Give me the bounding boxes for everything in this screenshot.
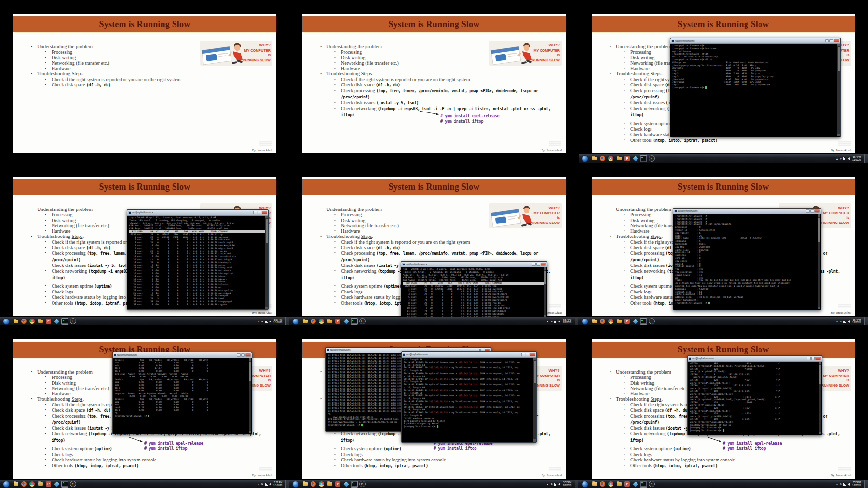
- gem-app-icon[interactable]: [53, 481, 60, 488]
- scrollbar-thumb[interactable]: [534, 361, 536, 383]
- network-icon[interactable]: [843, 157, 846, 160]
- terminal-scrollbar[interactable]: [533, 358, 536, 442]
- scrollbar-thumb[interactable]: [249, 362, 251, 381]
- chrome-icon[interactable]: [607, 318, 614, 325]
- firefox-icon[interactable]: [20, 318, 27, 325]
- media-player-icon[interactable]: [648, 155, 655, 162]
- gem-app-icon[interactable]: [53, 318, 60, 325]
- close-button[interactable]: [815, 357, 821, 360]
- putty-terminal-icon[interactable]: [351, 318, 358, 325]
- volume-icon[interactable]: [558, 483, 560, 486]
- minimize-button[interactable]: [825, 39, 829, 42]
- powerpoint-icon[interactable]: P: [624, 318, 631, 325]
- hidden-icons-arrow[interactable]: ▲: [836, 154, 838, 163]
- folder-icon[interactable]: [615, 481, 623, 488]
- maximize-button[interactable]: [526, 353, 529, 356]
- hidden-icons-arrow[interactable]: ▲: [546, 317, 549, 326]
- chrome-icon[interactable]: [607, 481, 614, 488]
- firefox-icon[interactable]: [310, 318, 317, 325]
- putty-terminal-icon[interactable]: [61, 481, 68, 488]
- terminal-body[interactable]: [root@myfirstlinuxvm ~]#[root@myfirstlin…: [671, 44, 837, 136]
- network-icon[interactable]: [843, 483, 846, 486]
- action-center-flag-icon[interactable]: ⚑: [261, 480, 263, 488]
- powerpoint-icon[interactable]: P: [45, 481, 52, 488]
- taskbar-clock[interactable]: 5:57 PM1/1/2020: [563, 319, 571, 324]
- putty-terminal-icon[interactable]: [640, 481, 647, 488]
- chrome-icon[interactable]: [28, 318, 36, 325]
- volume-icon[interactable]: [269, 483, 271, 486]
- terminal-scrollbar[interactable]: [265, 216, 268, 309]
- close-button[interactable]: [262, 211, 267, 214]
- minimize-button[interactable]: [806, 209, 810, 213]
- maximize-button[interactable]: [241, 353, 245, 357]
- show-desktop-button[interactable]: [575, 317, 578, 326]
- putty-terminal-icon[interactable]: [61, 318, 68, 325]
- firefox-icon[interactable]: [599, 481, 606, 488]
- media-player-icon[interactable]: [359, 481, 366, 488]
- maximize-button[interactable]: [810, 209, 814, 213]
- folder-icon[interactable]: [615, 318, 623, 325]
- powerpoint-icon[interactable]: P: [334, 318, 341, 325]
- taskbar-clock[interactable]: 5:57 PM1/1/2020: [852, 481, 861, 487]
- media-player-icon[interactable]: [648, 481, 655, 488]
- chrome-icon[interactable]: [318, 481, 325, 488]
- terminal-titlebar[interactable]: root@myfirstlinuxvm:~: [688, 356, 822, 362]
- chrome-icon[interactable]: [28, 481, 36, 488]
- close-button[interactable]: [834, 39, 839, 42]
- powerpoint-icon[interactable]: P: [624, 155, 631, 162]
- chrome-icon[interactable]: [607, 155, 614, 162]
- minimize-button[interactable]: [532, 263, 536, 266]
- taskbar-clock[interactable]: 5:57 PM1/1/2020: [273, 481, 282, 487]
- network-icon[interactable]: [843, 320, 846, 323]
- hidden-icons-arrow[interactable]: ▲: [836, 480, 838, 488]
- taskbar-clock[interactable]: 5:57 PM1/1/2020: [273, 319, 282, 324]
- volume-icon[interactable]: [269, 320, 271, 323]
- explorer-icon[interactable]: [591, 318, 598, 325]
- terminal-titlebar[interactable]: root@myfirstlinuxvm:~: [673, 209, 821, 214]
- action-center-flag-icon[interactable]: ⚑: [550, 480, 553, 488]
- show-desktop-button[interactable]: [864, 154, 868, 163]
- putty-terminal-icon[interactable]: [640, 318, 647, 325]
- volume-icon[interactable]: [848, 483, 850, 486]
- terminal-scrollbar[interactable]: [249, 358, 251, 433]
- explorer-icon[interactable]: [591, 155, 598, 162]
- scrollbar-thumb[interactable]: [838, 47, 840, 71]
- terminal-body[interactable]: Device: tps kB_read/s kB_wrtn/s kB_read …: [113, 358, 249, 433]
- explorer-icon[interactable]: [301, 318, 309, 325]
- volume-icon[interactable]: [848, 157, 850, 160]
- firefox-icon[interactable]: [310, 481, 317, 488]
- gem-app-icon[interactable]: [632, 481, 639, 488]
- putty-terminal-icon[interactable]: [351, 481, 358, 488]
- scrollbar-thumb[interactable]: [266, 219, 268, 243]
- taskbar-clock[interactable]: 5:57 PM1/1/2020: [852, 156, 861, 161]
- start-button[interactable]: [292, 481, 299, 488]
- hidden-icons-arrow[interactable]: ▲: [257, 480, 259, 488]
- terminal-body[interactable]: 116, length 6420:14:03.952405 IP myfirst…: [402, 358, 533, 442]
- hidden-icons-arrow[interactable]: ▲: [546, 480, 549, 488]
- minimize-button[interactable]: [253, 211, 257, 214]
- start-button[interactable]: [582, 318, 588, 325]
- firefox-icon[interactable]: [599, 318, 606, 325]
- terminal-body[interactable]: top - 20:00:55 up 1:02, 2 users, load av…: [128, 216, 265, 309]
- minimize-button[interactable]: [521, 353, 525, 356]
- terminal-titlebar[interactable]: root@myfirstlinuxvm:~: [401, 262, 547, 267]
- terminal-body[interactable]: LISTEN 0 128 *:111 *:*users:(("rpcbind",…: [688, 362, 819, 434]
- network-icon[interactable]: [265, 483, 268, 486]
- powerpoint-icon[interactable]: P: [624, 481, 631, 488]
- powerpoint-icon[interactable]: P: [334, 481, 341, 488]
- network-icon[interactable]: [554, 483, 557, 486]
- firefox-icon[interactable]: [599, 155, 606, 162]
- explorer-icon[interactable]: [12, 318, 19, 325]
- show-desktop-button[interactable]: [575, 480, 578, 488]
- minimize-button[interactable]: [807, 357, 811, 360]
- close-button[interactable]: [541, 263, 546, 266]
- explorer-icon[interactable]: [301, 481, 309, 488]
- terminal-scrollbar[interactable]: [837, 44, 840, 136]
- scrollbar-thumb[interactable]: [544, 271, 546, 284]
- volume-icon[interactable]: [848, 320, 850, 323]
- terminal-titlebar[interactable]: root@myfirstlinuxvm:~: [127, 210, 268, 216]
- media-player-icon[interactable]: [648, 318, 655, 325]
- close-button[interactable]: [530, 353, 535, 356]
- folder-icon[interactable]: [37, 481, 44, 488]
- explorer-icon[interactable]: [591, 481, 598, 488]
